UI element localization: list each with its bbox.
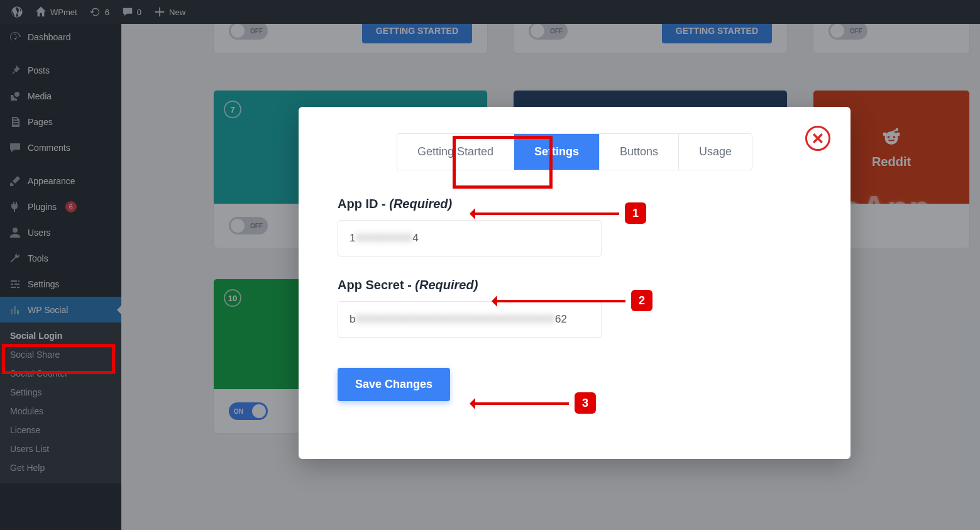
close-icon (812, 133, 823, 144)
app-id-masked: XXXXXXXX (355, 232, 412, 245)
app-id-value-end: 4 (412, 232, 418, 245)
app-id-label: App ID - (Required) (338, 197, 812, 211)
tab-usage[interactable]: Usage (678, 134, 752, 170)
app-id-value: 1 (350, 232, 355, 245)
tab-settings[interactable]: Settings (514, 134, 599, 170)
tab-buttons[interactable]: Buttons (599, 134, 678, 170)
app-secret-input[interactable]: bXXXXXXXXXXXXXXXXXXXXXXXXXXXX62 (338, 301, 602, 338)
close-button[interactable] (805, 126, 830, 151)
app-secret-value: b (350, 313, 355, 326)
app-id-input[interactable]: 1XXXXXXXX4 (338, 220, 602, 257)
app-secret-masked: XXXXXXXXXXXXXXXXXXXXXXXXXXXX (355, 313, 555, 326)
settings-modal: Getting Started Settings Buttons Usage A… (299, 107, 851, 459)
app-secret-value-end: 62 (555, 313, 567, 326)
save-changes-button[interactable]: Save Changes (338, 368, 450, 401)
app-secret-label: App Secret - (Required) (338, 278, 812, 292)
modal-tabbar: Getting Started Settings Buttons Usage (397, 133, 752, 170)
tab-getting-started[interactable]: Getting Started (397, 134, 514, 170)
